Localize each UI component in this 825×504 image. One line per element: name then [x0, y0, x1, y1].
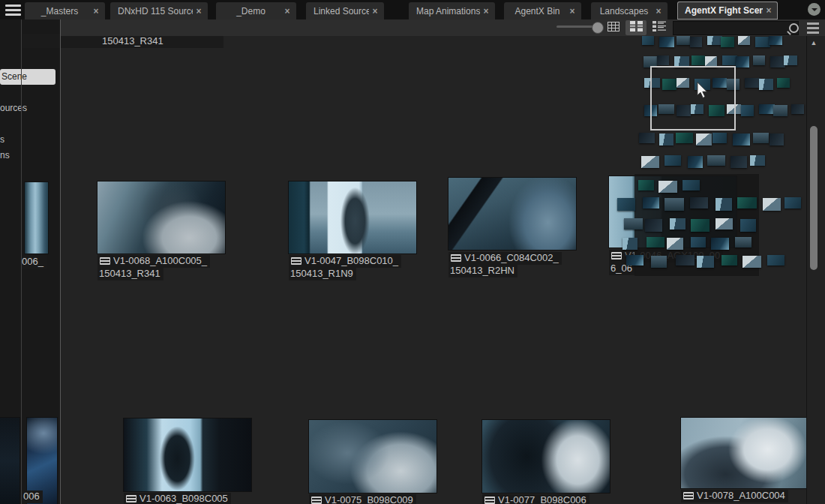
minimap-tile[interactable]: [763, 198, 781, 211]
tab-masters[interactable]: _Masters ×: [25, 2, 105, 20]
minimap-tile[interactable]: [769, 36, 782, 45]
clip-thumbnail[interactable]: [681, 418, 808, 488]
window-menu-icon[interactable]: [5, 4, 21, 15]
minimap-tile[interactable]: [773, 105, 788, 116]
vertical-scrollbar[interactable]: ▲: [806, 36, 820, 504]
tab-agentx-fight-scene[interactable]: AgentX Fight Scene ×: [677, 2, 778, 20]
minimap-tile[interactable]: [657, 56, 669, 65]
minimap-tile[interactable]: [741, 105, 754, 116]
minimap-tile[interactable]: [707, 36, 722, 45]
minimap-tile[interactable]: [759, 104, 775, 114]
scrollbar-thumb[interactable]: [810, 126, 818, 270]
clip-thumbnail[interactable]: [0, 418, 20, 504]
tab-map-animations[interactable]: Map Animations ×: [409, 2, 495, 20]
minimap-tile[interactable]: [722, 56, 737, 65]
minimap-tile[interactable]: [770, 134, 784, 146]
minimap-tile[interactable]: [676, 133, 693, 143]
minimap-tile[interactable]: [716, 218, 733, 230]
minimap-tile[interactable]: [738, 36, 750, 45]
minimap-tile[interactable]: [639, 133, 655, 143]
minimap-tile[interactable]: [759, 79, 773, 90]
clip-thumbnail[interactable]: [309, 420, 436, 493]
minimap-tile[interactable]: [716, 198, 732, 211]
close-icon[interactable]: ×: [763, 5, 775, 16]
clip-thumbnail[interactable]: [124, 418, 251, 491]
minimap-tile[interactable]: [626, 255, 644, 266]
minimap-tile[interactable]: [721, 37, 734, 47]
minimap-tile[interactable]: [784, 197, 801, 208]
close-icon[interactable]: ×: [281, 6, 293, 16]
minimap-tile[interactable]: [670, 218, 686, 230]
background-bin-item[interactable]: ns: [0, 150, 52, 160]
minimap-tile[interactable]: [682, 180, 700, 190]
clip-thumbnail[interactable]: [482, 420, 610, 493]
minimap-tile[interactable]: [659, 37, 674, 47]
minimap-tile[interactable]: [753, 56, 765, 65]
background-bin-item[interactable]: ources: [0, 103, 52, 113]
minimap-tile[interactable]: [651, 256, 667, 268]
tab-demo[interactable]: _Demo ×: [216, 2, 296, 20]
minimap-tile[interactable]: [696, 134, 712, 146]
tab-overflow-button[interactable]: [808, 3, 820, 16]
minimap-tile[interactable]: [676, 255, 694, 266]
minimap-tile[interactable]: [777, 78, 790, 88]
minimap-tile[interactable]: [697, 256, 714, 268]
minimap-tile[interactable]: [750, 155, 765, 166]
close-icon[interactable]: ×: [480, 6, 492, 16]
close-icon[interactable]: ×: [369, 6, 381, 16]
clip-thumbnail[interactable]: [448, 178, 576, 250]
minimap-tile[interactable]: [755, 37, 770, 47]
clip-thumbnail[interactable]: [289, 182, 416, 254]
minimap-tile[interactable]: [753, 133, 769, 143]
close-icon[interactable]: ×: [652, 6, 664, 16]
tab-agentx-bin[interactable]: AgentX Bin ×: [504, 2, 581, 20]
minimap-tile[interactable]: [664, 198, 684, 211]
minimap-tile[interactable]: [770, 56, 785, 68]
minimap-tile[interactable]: [658, 181, 677, 193]
minimap-tile[interactable]: [617, 198, 635, 211]
minimap-tile[interactable]: [690, 37, 702, 47]
clip-thumbnail[interactable]: [98, 182, 225, 254]
minimap-tile[interactable]: [712, 133, 727, 143]
bin-menu-icon[interactable]: [807, 22, 819, 36]
minimap-tile[interactable]: [688, 156, 703, 168]
close-icon[interactable]: ×: [566, 6, 578, 16]
minimap-tile[interactable]: [784, 56, 797, 65]
minimap-tile[interactable]: [676, 36, 690, 45]
clip-thumbnail[interactable]: [25, 182, 48, 254]
minimap-tile[interactable]: [643, 197, 659, 208]
script-view-button[interactable]: [650, 20, 669, 35]
close-icon[interactable]: ×: [193, 6, 205, 16]
thumbnail-size-slider-knob[interactable]: [592, 22, 604, 34]
frame-view-button[interactable]: [626, 20, 646, 35]
background-selected-bin[interactable]: Scene: [0, 69, 56, 85]
tab-linked-sources[interactable]: Linked Sources ×: [306, 2, 384, 20]
minimap-tile[interactable]: [736, 56, 749, 68]
minimap-tile[interactable]: [711, 238, 729, 250]
minimap-tile[interactable]: [740, 219, 756, 232]
minimap-tile[interactable]: [691, 237, 706, 248]
minimap-tile[interactable]: [642, 36, 654, 45]
minimap-tile[interactable]: [730, 156, 747, 168]
minimap-tile[interactable]: [745, 78, 760, 88]
table-view-button[interactable]: [604, 20, 622, 35]
background-bin-item[interactable]: s: [0, 134, 52, 145]
minimap-tile[interactable]: [767, 255, 784, 266]
close-icon[interactable]: ×: [90, 6, 102, 16]
minimap-tile[interactable]: [664, 155, 681, 166]
minimap-tile[interactable]: [735, 237, 752, 248]
minimap-tile[interactable]: [692, 56, 705, 65]
minimap-tile[interactable]: [641, 156, 659, 168]
minimap-tile[interactable]: [722, 255, 737, 266]
minimap-tile[interactable]: [622, 238, 638, 250]
minimap-tile[interactable]: [624, 218, 643, 230]
minimap-tile[interactable]: [646, 237, 664, 248]
search-input[interactable]: [673, 21, 799, 35]
minimap-tile[interactable]: [737, 197, 757, 208]
minimap-tile[interactable]: [791, 104, 804, 114]
tab-landscapes[interactable]: Landscapes ×: [591, 2, 668, 20]
minimap-tile[interactable]: [659, 134, 674, 146]
minimap-tile[interactable]: [691, 219, 710, 232]
minimap-tile[interactable]: [742, 256, 761, 268]
minimap-tile[interactable]: [733, 134, 750, 146]
